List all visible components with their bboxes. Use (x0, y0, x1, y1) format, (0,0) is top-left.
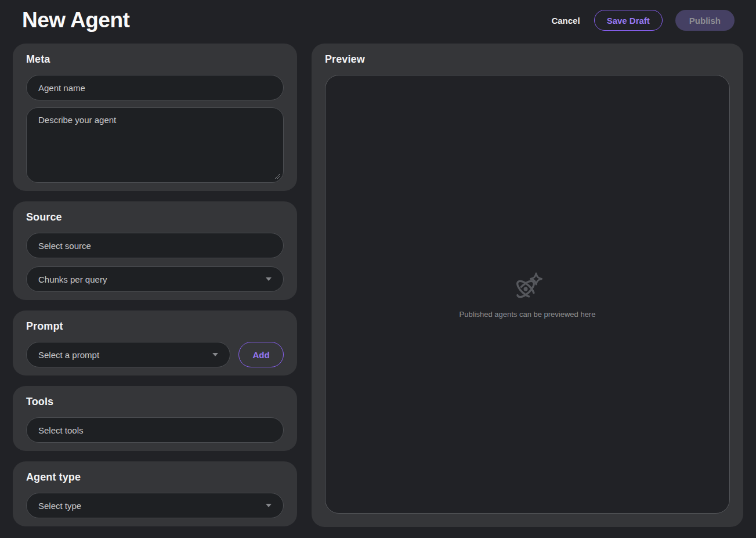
tools-section-title: Tools (26, 396, 284, 408)
form-column: Meta Source Chunks per query Prompt (13, 44, 297, 527)
chunks-per-query-select[interactable]: Chunks per query (26, 266, 284, 292)
prompt-section: Prompt Select a prompt Add (13, 310, 297, 375)
source-section-title: Source (26, 211, 284, 223)
source-select-input[interactable] (26, 233, 284, 258)
add-prompt-button[interactable]: Add (238, 342, 284, 367)
page-header: New Agent Cancel Save Draft Publish (0, 0, 756, 41)
chunks-per-query-value: Chunks per query (38, 275, 107, 284)
preview-empty-message: Published agents can be previewed here (460, 310, 596, 319)
agent-description-wrap (26, 107, 284, 183)
prompt-select[interactable]: Select a prompt (26, 342, 230, 367)
tools-section: Tools (13, 386, 297, 451)
header-actions: Cancel Save Draft Publish (550, 10, 735, 31)
resize-handle-icon[interactable] (274, 173, 280, 179)
meta-section-title: Meta (26, 53, 284, 66)
cancel-button[interactable]: Cancel (550, 10, 581, 31)
source-section: Source Chunks per query (13, 201, 297, 300)
chevron-down-icon (212, 353, 218, 356)
agent-type-select[interactable]: Select type (26, 493, 284, 518)
agent-description-textarea[interactable] (26, 107, 284, 183)
chevron-down-icon (266, 504, 272, 507)
preview-section: Preview Published agents can be previewe… (312, 44, 743, 527)
page-title: New Agent (22, 8, 129, 33)
preview-panel: Published agents can be previewed here (325, 75, 730, 514)
prompt-row: Select a prompt Add (26, 342, 284, 367)
main-content: Meta Source Chunks per query Prompt (0, 41, 756, 527)
agent-sparkle-icon (512, 270, 543, 302)
save-draft-button[interactable]: Save Draft (594, 10, 663, 31)
preview-section-title: Preview (325, 53, 730, 66)
tools-select-input[interactable] (26, 417, 284, 443)
agent-type-value: Select type (38, 501, 81, 511)
agent-type-section: Agent type Select type (13, 461, 297, 526)
preview-empty-state: Published agents can be previewed here (460, 270, 596, 319)
meta-section: Meta (13, 44, 297, 191)
prompt-section-title: Prompt (26, 320, 284, 333)
agent-name-input[interactable] (26, 75, 284, 100)
chevron-down-icon (266, 277, 272, 281)
publish-button[interactable]: Publish (675, 10, 735, 31)
prompt-select-value: Select a prompt (38, 350, 99, 360)
agent-type-section-title: Agent type (26, 471, 284, 483)
